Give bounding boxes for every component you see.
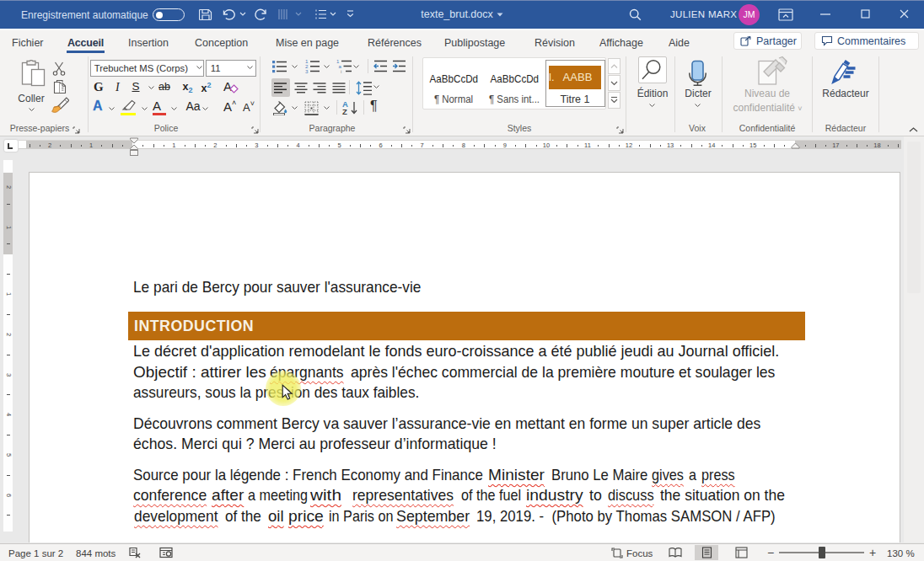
svg-text:i: i (341, 69, 341, 73)
svg-text:3: 3 (305, 68, 309, 73)
